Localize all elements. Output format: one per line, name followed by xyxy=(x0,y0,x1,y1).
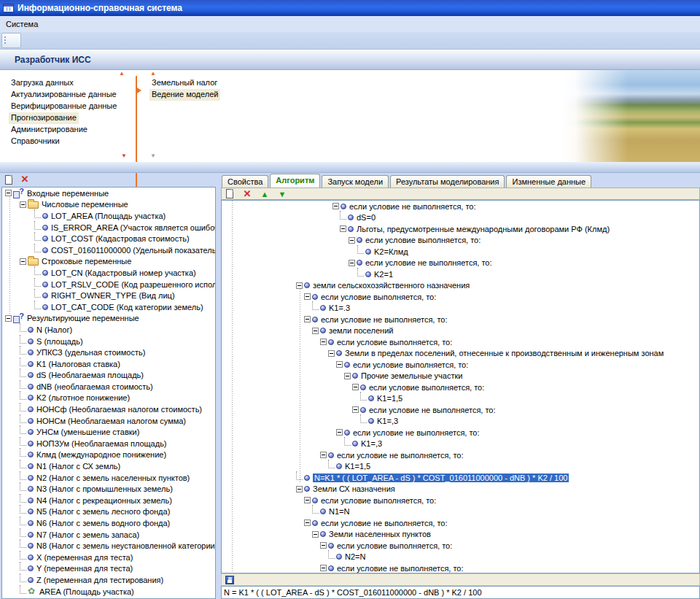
algorithm-row[interactable]: K1=,3 xyxy=(222,438,699,450)
nav-item-Земельный налог[interactable]: Земельный налог xyxy=(149,77,219,89)
expand-collapse-box[interactable] xyxy=(320,565,327,571)
nav-item-Загрузка данных[interactable]: Загрузка данных xyxy=(9,77,76,89)
tree-item[interactable]: НОНСм (Необлагаемая налогом сумма) xyxy=(2,415,215,427)
tree-item[interactable]: LOT_AREA (Площадь участка) xyxy=(2,210,215,222)
tree-item[interactable]: Строковые переменные xyxy=(2,256,215,268)
expand-collapse-box[interactable] xyxy=(304,519,311,526)
algorithm-row[interactable]: N2=N xyxy=(222,552,699,563)
algorithm-row[interactable]: K1=,3 xyxy=(222,416,699,428)
algorithm-row[interactable]: если условие не выполняется, то: xyxy=(222,314,699,325)
tree-item[interactable]: N7 (Налог с земель запаса) xyxy=(2,529,215,541)
algorithm-row[interactable]: если условие не выполняется, то: xyxy=(222,404,699,416)
algorithm-row[interactable]: если условие выполняется, то: xyxy=(222,359,699,371)
tree-item[interactable]: УПКСЗ (удельная стоимость) xyxy=(2,347,215,358)
algorithm-row[interactable]: если условие выполняется, то: xyxy=(222,291,699,303)
algorithm-row[interactable]: Земли СХ назначения xyxy=(222,484,699,495)
expand-collapse-box[interactable] xyxy=(336,429,343,436)
expand-collapse-box[interactable] xyxy=(328,350,335,357)
algorithm-row[interactable]: если условие выполняется, то: xyxy=(222,382,699,393)
algorithm-row[interactable]: если условие не выполняется, то: xyxy=(222,427,699,438)
tree-item[interactable]: НОНСф (Необлагаемая налогом стоимость) xyxy=(2,403,215,415)
expand-collapse-box[interactable] xyxy=(352,406,359,413)
algorithm-row[interactable]: если условие выполняется, то: xyxy=(222,540,699,552)
nav-item-Ведение моделей[interactable]: Ведение моделей xyxy=(149,89,220,101)
expand-collapse-box[interactable] xyxy=(320,542,327,549)
expand-collapse-box[interactable] xyxy=(304,316,311,322)
expand-collapse-box[interactable] xyxy=(312,531,319,538)
algorithm-row[interactable]: если условие не выполняется, то: xyxy=(222,258,699,269)
algorithm-row[interactable]: K1=1,5 xyxy=(222,393,699,405)
expand-collapse-box[interactable] xyxy=(312,328,319,334)
tree-item[interactable]: K1 (Налоговая ставка) xyxy=(2,358,215,370)
expand-collapse-box[interactable] xyxy=(296,486,303,492)
algorithm-row[interactable]: земли сельскохозяйственного назначения xyxy=(222,280,699,292)
algorithm-row[interactable]: если условие выполняется, то: xyxy=(222,235,699,247)
nav-item-Администрирование[interactable]: Администрирование xyxy=(9,124,90,136)
tree-item[interactable]: LOT_CAT_CODE (Код категории земель) xyxy=(2,301,215,313)
tree-item[interactable]: dS (Необлагаемая площадь) xyxy=(2,370,215,382)
tree-item[interactable]: Результирующие переменные xyxy=(2,313,215,325)
tab-Результаты моделирования[interactable]: Результаты моделирования xyxy=(390,175,505,188)
algorithm-row[interactable]: dS=0 xyxy=(222,212,699,224)
algorithm-row[interactable]: если условие не выполняется, то: xyxy=(222,517,699,529)
tree-item[interactable]: dNB (необлагаемая стоимость) xyxy=(2,381,215,393)
nav-item-Верифицированные данные[interactable]: Верифицированные данные xyxy=(9,101,119,112)
save-button[interactable] xyxy=(224,574,236,585)
nav-item-Актуализированные данные[interactable]: Актуализированные данные xyxy=(9,89,119,101)
tree-item[interactable]: Z (переменная для тестирования) xyxy=(2,574,215,586)
nav-item-Справочники[interactable]: Справочники xyxy=(9,136,62,147)
tree-item[interactable]: N4 (Налог с рекреационных земель) xyxy=(2,495,215,506)
tree-item[interactable]: X (переменная для теста) xyxy=(2,552,215,563)
scroll-down-icon[interactable]: ▼ xyxy=(150,153,156,159)
algorithm-row[interactable]: если условие выполняется, то: xyxy=(222,336,699,348)
toolbar-grip-button[interactable] xyxy=(1,33,21,48)
tree-item[interactable]: LOT_RSLV_CODE (Код разрешенного использо… xyxy=(2,279,215,290)
expand-collapse-box[interactable] xyxy=(340,225,346,232)
formula-bar[interactable]: N = K1 * ( ( LOT_AREA - dS ) * COST_0160… xyxy=(221,586,700,599)
algorithm-row[interactable]: Льготы, предусмотренные международными д… xyxy=(222,223,699,235)
tree-item[interactable]: COST_016011000000 (Удельный показатель с… xyxy=(2,244,215,256)
expand-collapse-box[interactable] xyxy=(20,201,26,208)
expand-collapse-box[interactable] xyxy=(5,315,12,322)
algorithm-row[interactable]: K2=1 xyxy=(222,268,699,280)
tree-item[interactable]: RIGHT_OWNER_TYPE (Вид лиц) xyxy=(2,290,215,301)
tree-item[interactable]: N1 (Налог с СХ земль) xyxy=(2,460,215,472)
algorithm-row[interactable]: Земли населенных пунктов xyxy=(222,529,699,541)
tree-item[interactable]: Y (переменная для теста) xyxy=(2,563,215,575)
expand-collapse-box[interactable] xyxy=(320,339,327,345)
expand-collapse-box[interactable] xyxy=(344,373,351,379)
tree-item[interactable]: S (площадь) xyxy=(2,336,215,347)
new-item-button[interactable] xyxy=(3,174,15,185)
scroll-down-icon[interactable]: ▼ xyxy=(121,153,127,159)
algorithm-row[interactable]: если условие выполняется, то: xyxy=(222,495,699,506)
expand-collapse-box[interactable] xyxy=(349,237,355,244)
expand-collapse-box[interactable] xyxy=(296,282,303,289)
expand-collapse-box[interactable] xyxy=(349,260,355,266)
tree-item[interactable]: N5 (Налог с земель лесного фонда) xyxy=(2,506,215,518)
tree-item[interactable]: N3 (Налог с промышленных земель) xyxy=(2,483,215,495)
algorithm-row[interactable]: Земли в пределах поселений, отнесенные к… xyxy=(222,348,699,360)
algorithm-row[interactable]: земли поселений xyxy=(222,325,699,337)
tree-item[interactable]: Клмд (международное понижение) xyxy=(2,449,215,461)
expand-collapse-box[interactable] xyxy=(5,190,12,196)
tree-item[interactable]: N2 (Налог с земель населенных пунктов) xyxy=(2,472,215,484)
scroll-up-icon[interactable]: ▲ xyxy=(150,71,156,77)
tab-Свойства[interactable]: Свойства xyxy=(222,175,268,188)
algorithm-row[interactable]: K1=.3 xyxy=(222,303,699,314)
algorithm-row[interactable]: если условие не выполняется, то: xyxy=(222,449,699,461)
expand-collapse-box[interactable] xyxy=(352,384,359,390)
nav-item-Прогнозирование[interactable]: Прогнозирование xyxy=(9,112,79,124)
algorithm-row[interactable]: если условие не выполняется, то: xyxy=(222,563,699,573)
tree-item[interactable]: LOT_CN (Кадастровый номер участка) xyxy=(2,267,215,279)
algorithm-row[interactable]: K2=Клмд xyxy=(222,246,699,258)
expand-collapse-box[interactable] xyxy=(20,258,26,265)
expand-collapse-box[interactable] xyxy=(320,452,327,458)
expand-collapse-box[interactable] xyxy=(332,203,339,209)
tree-item[interactable]: N6 (Налог с земель водного фонда) xyxy=(2,517,215,529)
expand-collapse-box[interactable] xyxy=(304,497,311,503)
tree-item[interactable]: IS_ERROR_AREA (Участок является ошибочны… xyxy=(2,222,215,233)
expand-collapse-box[interactable] xyxy=(336,361,343,368)
expand-collapse-box[interactable] xyxy=(304,293,311,300)
delete-button[interactable]: ✕ xyxy=(19,174,31,185)
tab-Алгоритм[interactable]: Алгоритм xyxy=(270,174,320,188)
